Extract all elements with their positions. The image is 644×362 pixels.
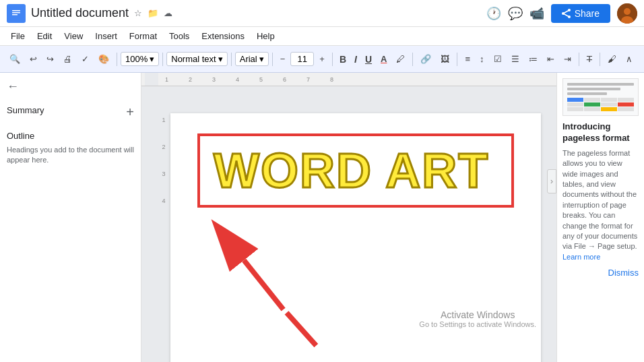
redo-button[interactable]: ↪	[42, 51, 58, 67]
italic-button[interactable]: I	[351, 53, 360, 66]
preview-line-3	[567, 92, 607, 95]
comment-icon[interactable]: 💬	[508, 6, 523, 21]
user-avatar[interactable]	[617, 3, 637, 24]
title-section: Untitled document ☆ 📁 ☁	[31, 6, 486, 20]
dismiss-button[interactable]: Dismiss	[562, 268, 639, 278]
svg-line-8	[563, 13, 569, 17]
docs-logo	[7, 4, 26, 23]
align-button[interactable]: ≡	[461, 51, 474, 67]
numbered-list-button[interactable]: ≔	[525, 51, 542, 67]
undo-button[interactable]: ↩	[26, 51, 41, 67]
font-dropdown[interactable]: Arial ▾	[235, 52, 269, 66]
svg-rect-2	[12, 12, 20, 13]
sidebar: ← Summary + Outline Headings you add to …	[0, 73, 141, 362]
title-bar-right: 🕐 💬 📹 Share	[486, 3, 637, 24]
preview-table	[567, 98, 634, 111]
bold-button[interactable]: B	[336, 53, 350, 66]
toolbar-separator-7	[457, 53, 457, 66]
left-ruler: 1234	[157, 100, 170, 349]
bullet-list-button[interactable]: ☰	[507, 51, 523, 67]
document-page[interactable]: WORD ART	[170, 113, 541, 362]
svg-point-10	[624, 8, 631, 15]
menu-help[interactable]: Help	[251, 30, 280, 42]
preview-cell-2	[584, 98, 600, 102]
meet-icon[interactable]: 📹	[529, 6, 544, 21]
menu-extensions[interactable]: Extensions	[196, 30, 250, 42]
preview-cell-11	[601, 107, 617, 111]
menu-tools[interactable]: Tools	[164, 30, 195, 42]
preview-cell-1	[567, 98, 583, 102]
paint-brush-button[interactable]: 🖌	[604, 51, 620, 67]
title-bar: Untitled document ☆ 📁 ☁ 🕐 💬 📹 Share	[0, 0, 644, 27]
svg-line-7	[563, 10, 569, 13]
summary-add-button[interactable]: +	[126, 104, 134, 120]
style-value: Normal text	[171, 54, 216, 64]
document-title[interactable]: Untitled document	[31, 6, 129, 20]
preview-line-1	[567, 83, 634, 86]
style-dropdown[interactable]: Normal text ▾	[166, 52, 227, 66]
document-scroll-area[interactable]: 1234 WORD ART	[141, 86, 556, 362]
spellcheck-button[interactable]: ✓	[77, 51, 93, 67]
summary-label: Summary	[7, 105, 44, 115]
panel-collapse-handle[interactable]: ›	[547, 169, 556, 193]
folder-icon[interactable]: 📁	[148, 8, 158, 18]
main-layout: ← Summary + Outline Headings you add to …	[0, 73, 644, 362]
toolbar-separator-6	[412, 53, 413, 66]
image-button[interactable]: 🖼	[437, 51, 453, 67]
star-icon[interactable]: ☆	[134, 8, 142, 18]
menu-view[interactable]: View	[59, 30, 88, 42]
toolbar-separator-9	[600, 53, 600, 66]
font-size-increase[interactable]: +	[315, 51, 329, 67]
toolbar: 🔍 ↩ ↪ 🖨 ✓ 🎨 100% ▾ Normal text ▾ Arial ▾…	[0, 46, 644, 73]
preview-cell-3	[601, 98, 617, 102]
history-icon[interactable]: 🕐	[486, 6, 501, 21]
link-button[interactable]: 🔗	[416, 51, 435, 67]
sidebar-back-button[interactable]: ←	[7, 80, 19, 94]
word-art-text: WORD ART	[214, 146, 498, 195]
zoom-dropdown[interactable]: 100% ▾	[121, 52, 159, 66]
toolbar-separator-3	[231, 53, 232, 66]
preview-cell-4	[618, 98, 634, 102]
svg-rect-3	[12, 14, 18, 16]
panel-description: The pageless format allows you to view w…	[562, 148, 639, 262]
svg-rect-0	[10, 7, 22, 20]
menu-file[interactable]: File	[5, 30, 30, 42]
toolbar-expand-button[interactable]: ∧	[622, 51, 637, 67]
learn-more-link[interactable]: Learn more	[562, 253, 600, 261]
toolbar-separator-5	[332, 53, 333, 66]
increase-indent-button[interactable]: ⇥	[560, 51, 575, 67]
menu-format[interactable]: Format	[124, 30, 162, 42]
preview-line-2	[567, 88, 620, 90]
panel-title: Introducing pageless format	[562, 121, 639, 144]
toolbar-separator-1	[117, 53, 117, 66]
preview-cell-10	[584, 107, 600, 111]
preview-cell-6	[584, 102, 600, 107]
sidebar-header: ←	[7, 80, 134, 94]
toolbar-separator-8	[579, 53, 579, 66]
text-color-button[interactable]: A	[377, 51, 391, 67]
font-size-decrease[interactable]: −	[276, 51, 290, 67]
outline-description: Headings you add to the document will ap…	[7, 145, 134, 166]
svg-rect-1	[12, 10, 20, 11]
menu-insert[interactable]: Insert	[90, 30, 123, 42]
clear-format-button[interactable]: T̶	[583, 51, 596, 67]
decrease-indent-button[interactable]: ⇤	[543, 51, 558, 67]
print-button[interactable]: 🖨	[59, 51, 76, 67]
zoom-value: 100%	[125, 54, 148, 64]
word-art-container[interactable]: WORD ART	[197, 133, 514, 208]
underline-button[interactable]: U	[362, 53, 375, 66]
share-button[interactable]: Share	[551, 4, 610, 23]
checklist-button[interactable]: ☑	[490, 51, 506, 67]
paint-format-button[interactable]: 🎨	[94, 51, 113, 67]
ruler: 1 2 3 4 5 6 7 8	[141, 73, 556, 86]
share-label: Share	[575, 8, 600, 19]
font-size-input[interactable]	[290, 52, 314, 66]
line-spacing-button[interactable]: ↕	[476, 51, 488, 67]
right-panel: Introducing pageless format The pageless…	[556, 73, 644, 362]
menu-edit[interactable]: Edit	[32, 30, 57, 42]
highlight-button[interactable]: 🖊	[392, 51, 409, 67]
toolbar-separator-4	[272, 53, 273, 66]
preview-cell-5	[567, 102, 583, 107]
search-button[interactable]: 🔍	[5, 51, 24, 67]
cloud-icon[interactable]: ☁	[164, 8, 172, 18]
